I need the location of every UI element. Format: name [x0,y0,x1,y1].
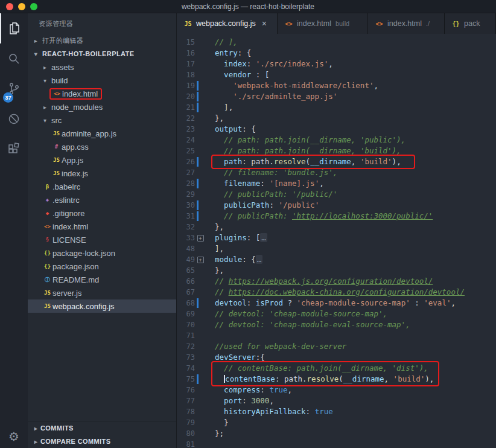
code-line-32[interactable]: 32 }, [177,222,496,232]
code-line-29[interactable]: 29 // publicPath: '/public/' [177,189,496,200]
file-entry: β.babelrc [40,182,82,191]
tree-folder-react-hot-boilerplate[interactable]: ▾REACT-HOT-BOILERPLATE [28,47,176,60]
tab-webpack-config-js[interactable]: JSwebpack.config.js× [177,13,278,34]
tree-file--babelrc[interactable]: β.babelrc [28,180,176,193]
section-commits[interactable]: ▸ COMMITS [28,421,176,435]
fold-expand-icon[interactable]: + [195,232,206,243]
source-control-icon[interactable]: 37 [0,74,28,104]
item-label: App.js [62,156,83,165]
tree-file-app-css[interactable]: #app.css [28,140,176,153]
tree-folder-assets[interactable]: ▸assets [28,60,176,74]
code-line-21[interactable]: 21 ], [177,102,496,113]
code-text: // ], [206,37,238,48]
tree-folder-node-modules[interactable]: ▸node_modules [28,100,176,114]
fold-gutter [195,395,206,406]
file-entry: REACT-HOT-BOILERPLATE [40,50,136,57]
fold-gutter [195,37,206,48]
fold-gutter [195,363,206,374]
code-line-15[interactable]: 15 // ], [177,37,496,48]
code-line-31[interactable]: 31 // publicPath: 'http://localhost:3000… [177,211,496,222]
code-line-75[interactable]: 75 contentBase: path.resolve(__dirname, … [177,374,496,385]
debug-icon[interactable] [0,104,28,134]
code-line-73[interactable]: 73 devServer:{ [177,352,496,363]
code-line-20[interactable]: 20 './src/adminlte_app.js' [177,91,496,102]
code-line-30[interactable]: 30 publicPath: '/public' [177,200,496,211]
tree-folder-build[interactable]: ▾build [28,74,176,87]
code-line-18[interactable]: 18 vendor : [ [177,69,496,80]
code-text: 'webpack-hot-middleware/client', [206,80,378,91]
code-line-71[interactable]: 71 [177,330,496,341]
line-number: 21 [177,102,195,113]
tree-file-index-js[interactable]: JSindex.js [28,167,176,180]
code-line-25[interactable]: 25 // path: path.join(__dirname, 'build'… [177,146,496,156]
section-compare-commits[interactable]: ▸ COMPARE COMMITS [28,435,176,448]
code-line-81[interactable]: 81 [177,439,496,448]
file-entry: #app.css [49,142,91,152]
tree-file-index-html[interactable]: <>index.html [28,87,176,100]
code-line-17[interactable]: 17 index: './src/index.js', [177,59,496,69]
code-line-74[interactable]: 74 // contentBase: path.join(__dirname, … [177,363,496,374]
code-line-67[interactable]: 67 // https://doc.webpack-china.org/conf… [177,287,496,298]
code-line-69[interactable]: 69 // devtool: 'cheap-module-source-map'… [177,309,496,319]
code-line-48[interactable]: 48 ], [177,243,496,254]
code-line-27[interactable]: 27 // filename: 'bundle.js', [177,167,496,178]
code-line-65[interactable]: 65 }, [177,265,496,276]
tab-dir-hint: build [335,20,349,27]
tree-folder-打开的编辑器[interactable]: ▸打开的编辑器 [28,34,176,47]
tree-file-license[interactable]: §LICENSE [28,233,176,246]
explorer-icon[interactable] [0,13,28,43]
code-line-80[interactable]: 80 }; [177,428,496,439]
tab-index-html[interactable]: <>index.html./ [368,13,445,34]
tree-file--gitignore[interactable]: ◆.gitignore [28,206,176,220]
settings-gear-icon[interactable]: ⚙ [0,425,28,448]
code-line-49[interactable]: 49+ module: {… [177,254,496,265]
tree-file-index-html[interactable]: <>index.html [28,220,176,233]
code-line-78[interactable]: 78 historyApiFallback: true [177,406,496,417]
code-text: // https://webpack.js.org/configuration/… [206,276,433,287]
code-line-70[interactable]: 70 // devtool: 'cheap-module-eval-source… [177,319,496,330]
sidebar-bottom-sections: ▸ COMMITS ▸ COMPARE COMMITS [28,421,176,448]
code-line-66[interactable]: 66 // https://webpack.js.org/configurati… [177,276,496,287]
tab-index-html[interactable]: <>index.htmlbuild [278,13,368,34]
code-line-22[interactable]: 22 }, [177,113,496,124]
code-line-79[interactable]: 79 } [177,417,496,428]
fold-gutter [195,341,206,352]
json-file-icon: {} [42,250,52,256]
code-line-28[interactable]: 28 filename: '[name].js', [177,178,496,189]
code-line-19[interactable]: 19 'webpack-hot-middleware/client', [177,80,496,91]
tree-file-adminlte-app-js[interactable]: JSadminlte_app.js [28,127,176,140]
code-editor[interactable]: 15 // ],16 entry: {17 index: './src/inde… [177,34,496,448]
code-line-24[interactable]: 24 // path: path.join(__dirname, 'public… [177,135,496,146]
code-line-77[interactable]: 77 port: 3000, [177,395,496,406]
fold-expand-icon[interactable]: + [195,254,206,265]
code-line-72[interactable]: 72 //used for webpack-dev-server [177,341,496,352]
code-line-16[interactable]: 16 entry: { [177,48,496,59]
line-number: 68 [177,298,195,309]
fold-gutter [195,69,206,80]
search-icon[interactable] [0,43,28,74]
code-line-76[interactable]: 76 compress: true, [177,385,496,395]
line-number: 32 [177,222,195,232]
tree-file-webpack-config-js[interactable]: JSwebpack.config.js [28,299,176,313]
tab-pack[interactable]: {}pack [445,13,496,34]
tree-file-package-json[interactable]: {}package.json [28,260,176,273]
code-line-23[interactable]: 23 output: { [177,124,496,135]
code-text: entry: { [206,48,251,59]
tree-file-app-js[interactable]: JSApp.js [28,153,176,167]
chevron-right-icon: ▸ [40,64,49,71]
code-line-26[interactable]: 26 path: path.resolve(__dirname, 'build'… [177,156,496,167]
html-file-icon: <> [52,91,62,97]
tree-file-server-js[interactable]: JSserver.js [28,286,176,299]
js-file-icon: JS [51,157,62,163]
tree-file--eslintrc[interactable]: ◈.eslintrc [28,193,176,206]
code-text: historyApiFallback: true [206,406,333,417]
code-line-33[interactable]: 33+ plugins: [… [177,232,496,243]
tree-file-package-lock-json[interactable]: {}package-lock.json [28,246,176,260]
tree-file-readme-md[interactable]: ⓘREADME.md [28,273,176,286]
code-line-68[interactable]: 68 devtool: isProd ? 'cheap-module-sourc… [177,298,496,309]
close-tab-icon[interactable]: × [262,19,267,28]
code-text: // devtool: 'cheap-module-source-map', [206,309,387,319]
extensions-icon[interactable] [0,134,28,164]
code-text: }, [206,222,224,232]
tree-folder-src[interactable]: ▾src [28,114,176,127]
